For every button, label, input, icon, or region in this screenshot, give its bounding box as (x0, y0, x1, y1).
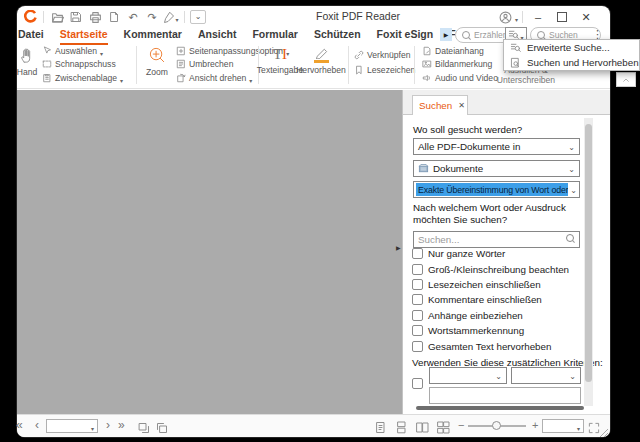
query-field-wrap (413, 229, 580, 246)
open-button[interactable] (49, 9, 65, 25)
window-controls: – ✕ (497, 8, 597, 26)
sign-tool-button[interactable] (163, 9, 179, 25)
document-area[interactable] (17, 90, 402, 414)
print-button[interactable] (87, 9, 103, 25)
save-button[interactable] (68, 9, 84, 25)
tab-schuetzen[interactable]: Schützen (314, 28, 361, 43)
image-annotation-button[interactable]: Bildanmerkung (422, 59, 498, 70)
single-page-view-button[interactable] (374, 420, 387, 438)
file-attachment-icon (422, 46, 432, 56)
bookmark-button[interactable]: Lesezeichen (354, 64, 415, 75)
facing-continuous-view-button[interactable] (437, 420, 450, 438)
search-option-checkbox-row[interactable]: Nur ganze Wörter (412, 246, 569, 261)
undo-button[interactable]: ↶ (125, 9, 141, 25)
panel-collapse-handle[interactable]: ▶ (396, 244, 401, 251)
zoom-in-button[interactable]: + (532, 419, 538, 431)
last-page-button[interactable]: » (118, 419, 125, 431)
chevron-down-icon (570, 184, 577, 195)
caret-down-icon (100, 42, 103, 60)
tab-ansicht[interactable]: Ansicht (198, 28, 237, 43)
panel-tab-suchen[interactable]: Suchen ✕ (412, 95, 468, 115)
next-page-button[interactable]: › (106, 419, 110, 431)
search-option-checkbox-row[interactable]: Gesamten Text hervorheben (412, 338, 569, 353)
search-option-label: Gesamten Text hervorheben (428, 341, 551, 352)
audio-video-button[interactable]: Audio und Video (422, 72, 498, 83)
tab-overflow-button[interactable]: ▶ (440, 28, 452, 41)
previous-page-button[interactable]: ‹ (35, 419, 39, 431)
folder-select[interactable]: Dokumente (413, 160, 580, 177)
menu-item-advanced-search[interactable]: Erweiterte Suche... (504, 40, 639, 55)
zoom-label: Zoom (146, 67, 168, 77)
search-option-checkbox-row[interactable]: Wortstammerkennung (412, 323, 569, 338)
maximize-button[interactable] (551, 9, 573, 25)
zoom-slider-thumb[interactable] (492, 421, 501, 430)
redo-button[interactable]: ↷ (144, 9, 160, 25)
panel-vertical-scrollbar[interactable] (584, 118, 593, 406)
select-button[interactable]: Auswählen (42, 45, 123, 56)
ribbon-collapse-button[interactable] (616, 72, 636, 87)
scope-select[interactable]: Alle PDF-Dokumente in (413, 138, 580, 155)
clipboard-button[interactable]: Zwischenablage (42, 72, 123, 83)
next-view-button[interactable] (156, 420, 168, 438)
search-option-checkbox-row[interactable]: Groß-/Kleinschreibung beachten (412, 261, 569, 276)
hand-tool-button[interactable]: Hand (10, 46, 44, 77)
zoom-level-box[interactable] (542, 419, 584, 433)
search-option-checkbox-row[interactable]: Anhänge einbeziehen (412, 308, 569, 323)
zoom-icon (148, 46, 167, 65)
minimize-button[interactable]: – (527, 9, 549, 25)
rotate-view-label: Ansicht drehen (189, 73, 246, 83)
search-icon (537, 31, 545, 39)
vertical-scrollbar-thumb[interactable] (585, 124, 592, 382)
caret-down-icon (120, 69, 123, 87)
link-button[interactable]: Verknüpfen (354, 49, 415, 60)
search-option-checkbox-row[interactable]: Lesezeichen einschließen (412, 277, 569, 292)
first-page-button[interactable]: « (16, 419, 23, 431)
continuous-view-button[interactable] (395, 420, 408, 438)
tab-formular[interactable]: Formular (252, 28, 298, 43)
window-resize-grip[interactable] (598, 424, 609, 442)
bookmark-icon (354, 65, 364, 75)
account-button[interactable] (497, 9, 513, 25)
search-icon (462, 31, 470, 39)
tab-kommentar[interactable]: Kommentar (124, 28, 182, 43)
search-option-checkbox-row[interactable]: Kommentare einschließen (412, 292, 569, 307)
chevron-down-icon (569, 370, 576, 381)
ribbon-divider (414, 46, 415, 84)
criteria-operator-select[interactable] (511, 367, 581, 384)
checkbox-icon (412, 264, 423, 275)
previous-view-button[interactable] (138, 420, 150, 438)
criteria-field-select[interactable] (429, 367, 507, 384)
snapshot-button[interactable]: Schnappschuss (42, 59, 123, 70)
reflow-icon (176, 59, 186, 69)
page-copy-button[interactable] (106, 9, 122, 25)
image-annotation-label: Bildanmerkung (435, 59, 492, 69)
criteria-value-input[interactable] (429, 387, 581, 404)
criteria-checkbox[interactable] (412, 378, 423, 389)
file-attachment-button[interactable]: Dateianhang (422, 45, 498, 56)
reflow-label: Umbrechen (189, 59, 233, 69)
match-type-select[interactable]: Exakte Übereinstimmung von Wort oder Sat… (413, 181, 580, 198)
highlight-button[interactable]: Hervorheben (298, 46, 344, 75)
panel-tab-close-button[interactable]: ✕ (458, 101, 465, 110)
account-caret-icon (515, 8, 518, 26)
search-option-label: Nur ganze Wörter (428, 248, 505, 259)
search-option-label: Groß-/Kleinschreibung beachten (428, 264, 569, 275)
chevron-down-icon (568, 163, 575, 174)
tab-datei[interactable]: Datei (18, 28, 44, 43)
page-number-box[interactable] (46, 419, 98, 433)
ribbon-tabs: Datei Startseite Kommentar Ansicht Formu… (18, 28, 499, 45)
facing-view-button[interactable] (416, 420, 429, 438)
fill-sign-label-line2: Unterschreiben (488, 76, 564, 86)
zoom-out-button[interactable]: − (458, 419, 464, 431)
close-button[interactable]: ✕ (575, 9, 597, 25)
tab-foxit-esign[interactable]: Foxit eSign (377, 28, 434, 43)
chevron-down-icon (495, 370, 502, 381)
menu-item-search-highlight[interactable]: Suchen und Hervorheben (504, 55, 639, 70)
panel-horizontal-scrollbar[interactable] (416, 406, 584, 410)
image-annotation-icon (422, 59, 432, 69)
caret-down-icon (577, 417, 580, 435)
customize-toolbar-button[interactable] (190, 10, 206, 24)
select-cursor-icon (42, 46, 52, 56)
hand-icon (18, 46, 37, 65)
foxit-logo (22, 9, 38, 25)
